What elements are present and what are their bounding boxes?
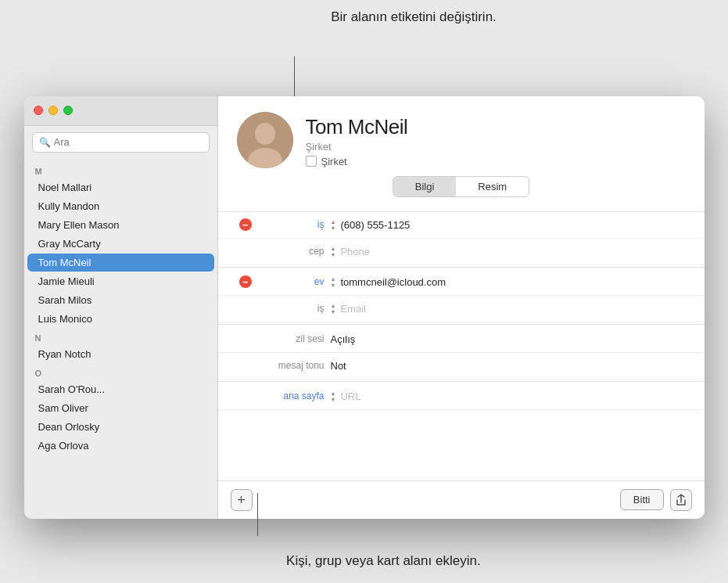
bottom-bar: + Bitti	[218, 480, 705, 519]
annotation-bottom: Kişi, grup veya kart alanı ekleyin.	[286, 553, 481, 569]
remove-email1-button[interactable]	[239, 275, 252, 288]
field-action	[237, 218, 254, 231]
stepper-up[interactable]: ▲	[331, 246, 336, 251]
tab-resim[interactable]: Resim	[456, 177, 529, 196]
ringtone-value: Açılış	[331, 333, 686, 345]
search-input[interactable]	[54, 136, 203, 148]
contact-item[interactable]: Sarah Milos	[27, 291, 214, 309]
email2-value[interactable]: Email	[340, 303, 685, 315]
stepper-down[interactable]: ▼	[331, 225, 336, 231]
email2-label[interactable]: iş	[254, 303, 325, 314]
field-action	[237, 275, 254, 288]
contact-name: Tom McNeil	[306, 115, 686, 139]
field-row-url: ana sayfa ▲ ▼ URL	[218, 383, 705, 410]
stepper-up[interactable]: ▲	[331, 303, 336, 308]
tab-bilgi[interactable]: Bilgi	[393, 177, 457, 196]
stepper-up[interactable]: ▲	[331, 219, 336, 225]
contact-item[interactable]: Dean Orlosky	[27, 418, 214, 436]
contact-list: M Noel Mallari Kully Mandon Mary Ellen M…	[24, 159, 217, 519]
field-row-email2: iş ▲ ▼ Email	[218, 296, 705, 322]
minimize-button[interactable]	[48, 106, 58, 115]
maximize-button[interactable]	[63, 106, 73, 115]
add-button[interactable]: +	[231, 489, 253, 511]
contact-item-tom-mcneil[interactable]: Tom McNeil	[27, 254, 214, 272]
email2-stepper[interactable]: ▲ ▼	[331, 303, 336, 315]
contact-item-ryan-notch[interactable]: Ryan Notch	[27, 345, 214, 363]
field-row-email1: ev ▲ ▼ tommcneil@icloud.com	[218, 269, 705, 296]
contact-item-mary-ellen-mason[interactable]: Mary Ellen Mason	[27, 216, 214, 234]
remove-phone1-button[interactable]	[239, 218, 252, 231]
stepper-down[interactable]: ▼	[331, 397, 336, 402]
msgtone-label: mesaj tonu	[254, 360, 325, 371]
company-row: Şirket	[306, 156, 686, 167]
msgtone-value: Not	[331, 360, 686, 372]
phone1-label[interactable]: iş	[254, 219, 325, 230]
email1-label[interactable]: ev	[254, 276, 325, 287]
contact-item[interactable]: Gray McCarty	[27, 235, 214, 253]
bottom-right: Bitti	[620, 489, 692, 511]
stepper-up[interactable]: ▲	[331, 276, 336, 282]
field-row-phone2: cep ▲ ▼ Phone	[218, 239, 705, 265]
email1-value: tommcneil@icloud.com	[340, 276, 685, 288]
contact-item[interactable]: Aga Orlova	[27, 437, 214, 455]
url-label[interactable]: ana sayfa	[254, 390, 325, 401]
main-content: Tom McNeil Şirket Şirket Bilgi Resim	[218, 96, 705, 519]
titlebar	[24, 96, 217, 126]
annotation-top: Bir alanın etiketini değiştirin.	[331, 8, 497, 27]
contact-header: Tom McNeil Şirket Şirket	[218, 96, 705, 176]
stepper-down[interactable]: ▼	[331, 309, 336, 315]
url-value[interactable]: URL	[340, 390, 685, 402]
ringtone-label: zil sesi	[254, 333, 325, 344]
url-stepper[interactable]: ▲ ▼	[331, 390, 336, 402]
company-checkbox[interactable]	[306, 156, 317, 167]
contact-item[interactable]: Luis Monico	[27, 310, 214, 328]
company-label: Şirket	[321, 156, 347, 167]
section-header-m: M	[24, 162, 217, 178]
field-row-phone1: iş ▲ ▼ (608) 555-1125	[218, 212, 705, 239]
phone2-label[interactable]: cep	[254, 246, 325, 257]
phone1-value: (608) 555-1125	[340, 219, 685, 231]
search-bar[interactable]: 🔍	[32, 132, 210, 153]
contact-item[interactable]: Noel Mallari	[27, 178, 214, 196]
contact-subtitle: Şirket	[306, 141, 686, 153]
phone1-stepper[interactable]: ▲ ▼	[331, 219, 336, 231]
name-section: Tom McNeil Şirket Şirket	[306, 112, 686, 167]
svg-point-1	[255, 123, 275, 145]
done-button[interactable]: Bitti	[620, 489, 664, 510]
section-header-o: O	[24, 364, 217, 380]
contact-item[interactable]: Sam Oliver	[27, 399, 214, 417]
callout-line-bottom	[257, 493, 258, 536]
contact-item[interactable]: Jamie Mieuli	[27, 272, 214, 290]
share-button[interactable]	[670, 489, 692, 511]
stepper-up[interactable]: ▲	[331, 390, 336, 396]
section-header-n: N	[24, 329, 217, 344]
fields-area: iş ▲ ▼ (608) 555-1125 cep ▲ ▼ Phone	[218, 212, 705, 480]
close-button[interactable]	[34, 106, 43, 115]
sidebar: 🔍 M Noel Mallari Kully Mandon Mary Ellen…	[24, 96, 218, 519]
phone2-value[interactable]: Phone	[340, 246, 685, 257]
avatar	[237, 112, 293, 168]
contact-item[interactable]: Kully Mandon	[27, 197, 214, 215]
contact-item[interactable]: Sarah O'Rou...	[27, 380, 214, 398]
search-icon: 🔍	[39, 137, 51, 148]
phone2-stepper[interactable]: ▲ ▼	[331, 246, 336, 257]
app-window: 🔍 M Noel Mallari Kully Mandon Mary Ellen…	[24, 96, 705, 519]
stepper-down[interactable]: ▼	[331, 283, 336, 288]
field-row-ringtone: zil sesi Açılış	[218, 326, 705, 353]
field-row-msgtone: mesaj tonu Not	[218, 353, 705, 380]
email1-stepper[interactable]: ▲ ▼	[331, 276, 336, 288]
stepper-down[interactable]: ▼	[331, 252, 336, 257]
tab-bar: Bilgi Resim	[393, 176, 529, 197]
